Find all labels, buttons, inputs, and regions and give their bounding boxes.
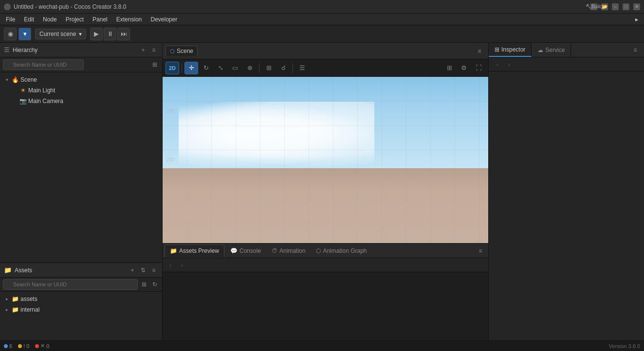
menu-node[interactable]: Node (39, 15, 61, 24)
scene-icon: 🔥 (12, 76, 18, 83)
tab-console[interactable]: 💬 Console (225, 245, 266, 257)
bottom-back-btn[interactable]: ‹ (166, 260, 175, 270)
grid-btn[interactable]: ⊞ (442, 62, 456, 74)
tree-item-main-camera[interactable]: ▸ 📷 Main Camera (0, 96, 162, 106)
build-button[interactable]: 🔨 Build (590, 3, 597, 10)
menu-more[interactable]: ▸ (631, 15, 642, 24)
tab-console-label: Console (239, 247, 261, 254)
tab-animation[interactable]: ⏱ Animation (267, 245, 310, 257)
warn-icon: ! (23, 343, 25, 349)
anchor-tool-btn[interactable]: ⊕ (243, 62, 257, 74)
hierarchy-filter-btn[interactable]: ⊞ (150, 60, 159, 69)
tab-inspector[interactable]: ⊞ Inspector (489, 43, 532, 57)
fullscreen-btn[interactable]: ⛶ (472, 62, 485, 74)
inspector-forward-btn[interactable]: › (504, 59, 514, 69)
tab-animation-graph[interactable]: ⬡ Animation Graph (311, 245, 371, 257)
minimize-button[interactable]: – (612, 3, 619, 10)
main-toolbar: ◉ ▾ Current scene ▾ ▶ ⏸ ⏭ (0, 25, 644, 43)
assets-header-icon: 📁 (4, 266, 12, 274)
menu-panel[interactable]: Panel (89, 15, 111, 24)
scene-panel: ⬡ Scene ≡ 2D ✛ ↻ ⤡ ▭ ⊕ ⊞ ☌ ☰ (163, 43, 488, 243)
bottom-forward-btn[interactable]: › (177, 260, 187, 270)
move-tool-btn[interactable]: ✛ (184, 62, 198, 74)
scene-view-right-actions: ⊞ ⚙ ⛶ (442, 62, 485, 74)
assets-more-btn[interactable]: ≡ (149, 266, 158, 275)
layer-btn[interactable]: ☰ (295, 62, 309, 74)
assets-folder-label: assets (20, 296, 37, 302)
scene-mode-btn[interactable]: ◉ (4, 28, 17, 40)
assets-add-btn[interactable]: + (128, 266, 137, 275)
menu-file[interactable]: File (2, 15, 19, 24)
tree-item-main-light[interactable]: ▸ ☀ Main Light (0, 85, 162, 96)
service-tab-icon: ☁ (537, 47, 543, 53)
bottom-menu-btn[interactable]: ≡ (475, 245, 486, 257)
error-icon: ✕ (40, 343, 45, 349)
tree-item-assets[interactable]: ▸ 📁 assets (0, 294, 162, 304)
pause-button[interactable]: ⏸ (104, 28, 116, 40)
status-error: ✕ 0 (35, 343, 49, 349)
window-controls: 🔨 Build 📂 – □ ✕ (590, 3, 640, 10)
menu-project[interactable]: Project (62, 15, 88, 24)
rotate-tool-btn[interactable]: ↻ (199, 62, 213, 74)
scene-tab[interactable]: ⬡ Scene (166, 46, 198, 56)
menu-edit[interactable]: Edit (20, 15, 38, 24)
main-layout: ☰ Hierarchy + ≡ 🔍 ⊞ ▾ 🔥 Scene (0, 43, 644, 340)
pan-btn[interactable]: ☌ (276, 62, 290, 74)
scene-tab-icon: ⬡ (170, 48, 175, 54)
hierarchy-add-btn[interactable]: + (139, 46, 147, 54)
settings-btn[interactable]: ⚙ (457, 62, 471, 74)
tab-animation-graph-icon: ⬡ (316, 247, 321, 254)
step-button[interactable]: ⏭ (117, 28, 130, 40)
assets-sort-btn[interactable]: ⇅ (139, 266, 147, 275)
tab-assets-preview[interactable]: 📁 Assets Preview (165, 245, 224, 257)
scene-canvas[interactable]: 300 200 100 0 100 200 300 400 500 600 (163, 77, 488, 243)
bottom-content (163, 272, 488, 340)
scale-tool-btn[interactable]: ⤡ (214, 62, 227, 74)
internal-folder-label: internal (20, 306, 39, 313)
app-title: Untitled - wechat-pub - Cocos Creator 3.… (14, 3, 588, 10)
snap-btn[interactable]: ⊞ (262, 62, 276, 74)
bottom-tab-actions: ≡ (475, 245, 486, 257)
play-button[interactable]: ▶ (90, 28, 103, 40)
hierarchy-search-bar: 🔍 ⊞ (0, 57, 162, 72)
hierarchy-more-btn[interactable]: ≡ (149, 46, 158, 54)
right-tabs: ⊞ Inspector ☁ Service ≡ (489, 43, 644, 57)
tab-service[interactable]: ☁ Service (532, 43, 571, 57)
tree-item-internal[interactable]: ▸ 📁 internal (0, 304, 162, 315)
scene-tab-bar: ⬡ Scene ≡ (163, 43, 488, 59)
assets-header: 📁 Assets + ⇅ ≡ (0, 263, 162, 278)
scene-menu-btn[interactable]: ≡ (474, 45, 485, 57)
folder-button[interactable]: 📂 (601, 3, 608, 10)
tab-animation-graph-label: Animation Graph (323, 247, 367, 254)
assets-filter-btn[interactable]: ⊞ (140, 280, 148, 289)
assets-refresh-btn[interactable]: ↻ (150, 280, 159, 289)
hierarchy-header: ☰ Hierarchy + ≡ (0, 43, 162, 57)
scene-selector[interactable]: Current scene ▾ (35, 29, 86, 39)
error-count: 0 (46, 343, 49, 349)
tree-item-scene[interactable]: ▾ 🔥 Scene (0, 74, 162, 85)
inspector-tab-label: Inspector (501, 46, 525, 53)
sv-sep-2 (259, 63, 259, 73)
main-camera-label: Main Camera (28, 98, 63, 105)
close-button[interactable]: ✕ (633, 3, 640, 10)
scene-2d-btn[interactable]: 2D (166, 62, 179, 74)
assets-folder-arrow: ▸ (4, 296, 10, 302)
scene-mode-dropdown[interactable]: ▾ (18, 28, 31, 40)
maximize-button[interactable]: □ (623, 3, 629, 10)
right-menu-btn[interactable]: ≡ (629, 44, 641, 56)
statusbar: 6 ! 0 ✕ 0 Version 3.8.0 (0, 340, 644, 351)
tab-animation-icon: ⏱ (272, 247, 277, 254)
tab-assets-preview-icon: 📁 (170, 247, 177, 254)
hierarchy-search-input[interactable] (3, 59, 84, 70)
rect-tool-btn[interactable]: ▭ (228, 62, 242, 74)
inspector-back-btn[interactable]: ‹ (493, 59, 502, 69)
grid-overlay (163, 77, 488, 243)
assets-title: Assets (15, 267, 32, 274)
menu-extension[interactable]: Extension (112, 15, 146, 24)
menu-developer[interactable]: Developer (147, 15, 181, 24)
inspector-content (489, 71, 644, 340)
hierarchy-search-wrapper: 🔍 (3, 59, 148, 70)
assets-panel: 📁 Assets + ⇅ ≡ 🔍 ⊞ ↻ ▸ 📁 (0, 263, 162, 340)
assets-actions: + ⇅ ≡ (128, 266, 158, 275)
assets-search-input[interactable] (3, 279, 138, 290)
